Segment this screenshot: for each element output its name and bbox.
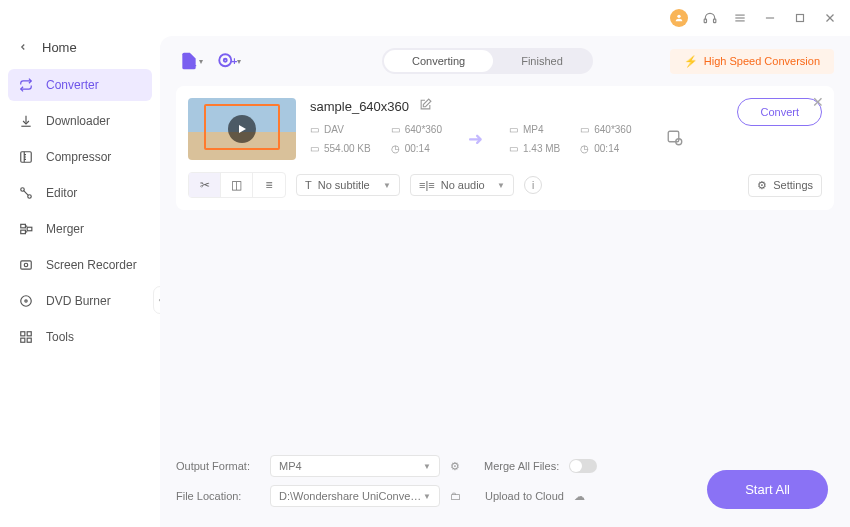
back-icon: [18, 40, 28, 55]
sidebar-label: Downloader: [46, 114, 110, 128]
sidebar-item-screen-recorder[interactable]: Screen Recorder: [8, 249, 152, 281]
merge-toggle[interactable]: [569, 459, 597, 473]
video-thumbnail[interactable]: [188, 98, 296, 160]
high-speed-badge[interactable]: ⚡ High Speed Conversion: [670, 49, 834, 74]
close-icon[interactable]: [822, 10, 838, 26]
chevron-down-icon: ▼: [423, 492, 431, 501]
sidebar-item-converter[interactable]: Converter: [8, 69, 152, 101]
svg-rect-7: [797, 15, 804, 22]
audio-value: No audio: [441, 179, 485, 191]
output-settings-icon[interactable]: [666, 129, 684, 150]
svg-rect-16: [27, 227, 32, 231]
edit-name-icon[interactable]: [419, 98, 432, 114]
chevron-down-icon: ▼: [497, 181, 505, 190]
svg-rect-14: [21, 224, 26, 228]
settings-button[interactable]: ⚙ Settings: [748, 174, 822, 197]
info-icon[interactable]: i: [524, 176, 542, 194]
dst-format: MP4: [523, 124, 544, 135]
svg-rect-29: [668, 131, 679, 142]
svg-point-0: [677, 15, 680, 18]
hsc-label: High Speed Conversion: [704, 55, 820, 67]
dvd-icon: [18, 293, 34, 309]
merger-icon: [18, 221, 34, 237]
sidebar-label: Converter: [46, 78, 99, 92]
dst-res: 640*360: [594, 124, 631, 135]
subtitle-value: No subtitle: [318, 179, 370, 191]
sidebar-label: Editor: [46, 186, 77, 200]
remove-file-button[interactable]: ✕: [812, 94, 824, 110]
svg-point-26: [219, 54, 231, 66]
sidebar-label: Tools: [46, 330, 74, 344]
sidebar-item-editor[interactable]: Editor: [8, 177, 152, 209]
add-dvd-button[interactable]: +▾: [214, 49, 244, 73]
svg-rect-24: [27, 338, 31, 342]
play-icon: [228, 115, 256, 143]
res-icon: ▭: [580, 124, 589, 135]
title-bar: [0, 0, 850, 36]
converter-icon: [18, 77, 34, 93]
video-icon: ▭: [310, 124, 319, 135]
file-location-value: D:\Wondershare UniConverter 1: [279, 490, 423, 502]
user-avatar[interactable]: [670, 9, 688, 27]
output-format-select[interactable]: MP4 ▼: [270, 455, 440, 477]
tab-finished[interactable]: Finished: [493, 50, 591, 72]
editor-icon: [18, 185, 34, 201]
svg-line-13: [24, 191, 29, 196]
src-res: 640*360: [405, 124, 442, 135]
edit-tabs: ✂ ◫ ≡: [188, 172, 286, 198]
sidebar-item-downloader[interactable]: Downloader: [8, 105, 152, 137]
output-format-value: MP4: [279, 460, 302, 472]
file-icon: ▭: [310, 143, 319, 154]
sidebar-label: Compressor: [46, 150, 111, 164]
status-tabs: Converting Finished: [382, 48, 593, 74]
menu-icon[interactable]: [732, 10, 748, 26]
sidebar-item-tools[interactable]: Tools: [8, 321, 152, 353]
maximize-icon[interactable]: [792, 10, 808, 26]
add-file-button[interactable]: +▾: [176, 49, 206, 73]
svg-rect-22: [27, 332, 31, 336]
sidebar-label: Merger: [46, 222, 84, 236]
src-format: DAV: [324, 124, 344, 135]
file-location-select[interactable]: D:\Wondershare UniConverter 1 ▼: [270, 485, 440, 507]
svg-marker-28: [239, 125, 246, 133]
home-label: Home: [42, 40, 77, 55]
svg-point-19: [21, 296, 32, 307]
video-icon: ▭: [509, 124, 518, 135]
compress-icon: [18, 149, 34, 165]
headset-icon[interactable]: [702, 10, 718, 26]
clock-icon: ◷: [580, 143, 589, 154]
chevron-down-icon: ▼: [383, 181, 391, 190]
start-all-button[interactable]: Start All: [707, 470, 828, 509]
sidebar-item-compressor[interactable]: Compressor: [8, 141, 152, 173]
file-location-label: File Location:: [176, 490, 260, 502]
minimize-icon[interactable]: [762, 10, 778, 26]
output-format-label: Output Format:: [176, 460, 260, 472]
clock-icon: ◷: [391, 143, 400, 154]
content-area: +▾ +▾ Converting Finished ⚡ High Speed C…: [160, 36, 850, 527]
sidebar-item-dvd-burner[interactable]: DVD Burner: [8, 285, 152, 317]
sidebar-item-merger[interactable]: Merger: [8, 213, 152, 245]
sidebar: Home Converter Downloader Compressor Edi…: [0, 36, 160, 527]
upload-cloud-label: Upload to Cloud: [485, 490, 564, 502]
merge-label: Merge All Files:: [484, 460, 559, 472]
cloud-icon[interactable]: ☁: [574, 490, 585, 503]
effects-tab[interactable]: ≡: [253, 173, 285, 197]
file-name: sample_640x360: [310, 99, 409, 114]
gear-icon: ⚙: [757, 179, 767, 192]
format-settings-icon[interactable]: ⚙: [450, 460, 460, 473]
arrow-icon: ➜: [462, 128, 489, 150]
folder-icon[interactable]: 🗀: [450, 490, 461, 502]
dst-dur: 00:14: [594, 143, 619, 154]
tab-converting[interactable]: Converting: [384, 50, 493, 72]
svg-rect-1: [704, 19, 706, 23]
src-dur: 00:14: [405, 143, 430, 154]
audio-select[interactable]: ≡|≡ No audio ▼: [410, 174, 514, 196]
file-icon: ▭: [509, 143, 518, 154]
svg-text:+: +: [191, 60, 197, 71]
crop-tab[interactable]: ◫: [221, 173, 253, 197]
svg-point-20: [25, 300, 27, 302]
home-nav[interactable]: Home: [8, 40, 152, 69]
convert-button[interactable]: Convert: [737, 98, 822, 126]
subtitle-select[interactable]: T No subtitle ▼: [296, 174, 400, 196]
trim-tab[interactable]: ✂: [189, 173, 221, 197]
